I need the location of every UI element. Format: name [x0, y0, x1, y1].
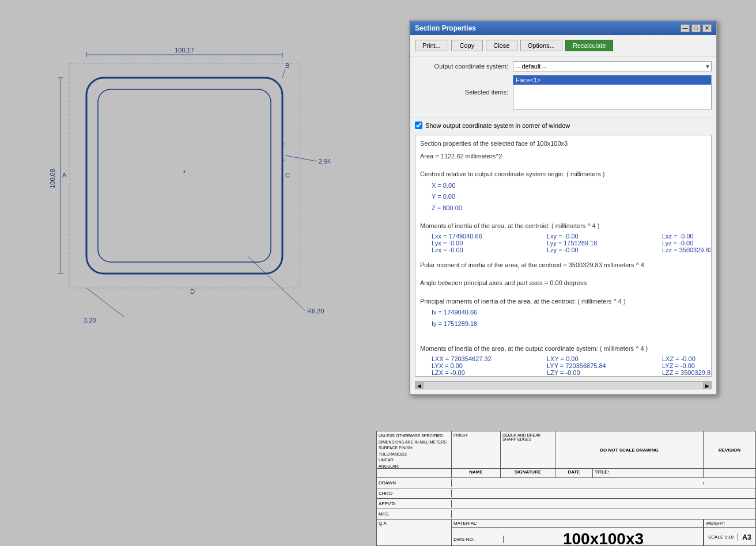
- lyz-val: Lyz = -0.00: [662, 240, 712, 247]
- tb-notes: UNLESS OTHERWISE SPECIFIED: DIMENSIONS A…: [377, 431, 452, 468]
- tb-finish: FINISH:: [452, 431, 501, 468]
- tb-revision: REVISION: [704, 431, 755, 468]
- tb-bottom-row: Q.A MATERIAL: DWG NO. 100x100x3 WEIGHT: …: [377, 520, 755, 546]
- close-button[interactable]: Close: [486, 40, 517, 51]
- lzy-val: Lzy = -0.00: [547, 247, 662, 253]
- checkbox-label: Show output coordinate system in corner …: [425, 122, 570, 129]
- tb-date-header: DATE: [555, 469, 593, 477]
- cad-drawing: 100,17 B 100,08 A 2,94 C R6,20 3,20 D: [23, 29, 369, 397]
- results-area: Section properties of the selected face …: [415, 135, 712, 377]
- tb-noscale: DO NOT SCALE DRAWING: [555, 431, 704, 468]
- selected-item: Face<1>: [513, 75, 711, 85]
- svg-line-19: [248, 256, 305, 311]
- tb-material-label: MATERIAL:: [452, 520, 703, 528]
- tb-drawn-label: DRAWN: [377, 479, 452, 487]
- output-moments-header: Moments of inertia of the area, at the o…: [420, 344, 706, 354]
- maximize-button[interactable]: □: [691, 24, 701, 32]
- section-header-text: Section properties of the selected face …: [420, 139, 706, 149]
- lxx2-val: LXX = 720354627.32: [432, 355, 547, 362]
- svg-line-16: [285, 156, 317, 161]
- svg-text:3,20: 3,20: [84, 317, 96, 324]
- show-coord-checkbox[interactable]: [415, 122, 422, 129]
- principal-header: Principal moments of inertia of the area…: [420, 297, 706, 306]
- selected-items-box[interactable]: Face<1>: [513, 75, 712, 109]
- horizontal-scrollbar[interactable]: ◀ ▶: [415, 381, 712, 389]
- print-button[interactable]: Print...: [415, 40, 448, 51]
- svg-line-10: [282, 69, 285, 78]
- lyx2-val: LYX = 0.00: [432, 362, 547, 369]
- dialog-form: Output coordinate system: -- default -- …: [410, 56, 716, 117]
- output-coord-control[interactable]: -- default -- ▼: [513, 61, 712, 71]
- lzz2-val: LZZ = 3500329.83: [662, 369, 712, 376]
- minimize-button[interactable]: —: [681, 24, 690, 32]
- scroll-track: [424, 382, 703, 389]
- options-button[interactable]: Options...: [520, 40, 562, 51]
- lyy-val: Lyy = 1751289.18: [547, 240, 662, 247]
- centroid-y: Y = 0.00: [432, 192, 706, 202]
- centroid-header: Centroid relative to output coordinate s…: [420, 169, 706, 179]
- area-text: Area = 1122.82 millimeters^2: [420, 151, 706, 161]
- tb-material-dwgno: MATERIAL: DWG NO. 100x100x3: [452, 520, 704, 546]
- iy-val: Iy = 1751289.18: [432, 319, 706, 329]
- svg-text:2,94: 2,94: [319, 158, 331, 165]
- tb-chkd-row: CHK'D: [377, 488, 755, 499]
- section-properties-dialog: Section Properties — □ ✕ Print... Copy C…: [409, 20, 717, 395]
- titlebar-controls: — □ ✕: [681, 24, 712, 32]
- polar-header: Polar moment of inertia of the area, at …: [420, 260, 706, 270]
- tb-qa-row: Q.A: [377, 520, 452, 546]
- checkbox-row: Show output coordinate system in corner …: [410, 117, 716, 132]
- close-window-button[interactable]: ✕: [702, 24, 712, 32]
- recalculate-button[interactable]: Recalculate: [565, 40, 613, 51]
- tb-sheet-a3: WEIGHT: SCALE 1:10 A3: [704, 520, 755, 546]
- lxx-val: Lxx = 1749040.66: [432, 233, 547, 240]
- lzy2-val: LZY = -0.00: [547, 369, 662, 376]
- tb-part-name: 100x100x3: [504, 528, 703, 546]
- lxz-val: Lxz = -0.00: [662, 233, 712, 240]
- tb-dwgno-label: DWG NO.: [452, 536, 504, 543]
- selected-items-control: Face<1>: [513, 75, 712, 109]
- lzz-val: Lzz = 3500329.83: [662, 247, 712, 253]
- tb-mfg-row: MFG: [377, 509, 755, 520]
- lyy2-val: LYY = 720356875.84: [547, 362, 662, 369]
- scroll-right-btn[interactable]: ▶: [703, 382, 711, 389]
- lzx-val: Lzx = -0.00: [432, 247, 547, 253]
- tb-chkd-label: CHK'D: [377, 490, 452, 497]
- output-coord-dropdown[interactable]: -- default --: [513, 61, 712, 71]
- svg-text:R6,20: R6,20: [307, 308, 324, 314]
- tb-sig-header: SIGNATURE: [501, 469, 555, 477]
- svg-text:A: A: [62, 172, 67, 179]
- title-block-top-row: UNLESS OTHERWISE SPECIFIED: DIMENSIONS A…: [377, 431, 755, 469]
- lyz2-val: LYZ = -0.00: [662, 362, 712, 369]
- tb-appvd-label: APPV'D: [377, 500, 452, 507]
- selected-items-label: Selected items:: [415, 89, 513, 96]
- tb-headers-row: NAME SIGNATURE DATE TITLE:: [377, 469, 755, 478]
- tb-a3-badge: A3: [738, 533, 755, 541]
- lxy2-val: LXY = 0.00: [547, 355, 662, 362]
- svg-text:C: C: [285, 172, 290, 179]
- tb-debur: DEBUR AND BREAK SHARP EDGES: [501, 431, 555, 468]
- scroll-left-btn[interactable]: ◀: [415, 382, 424, 389]
- svg-rect-0: [69, 63, 300, 288]
- tb-weight-label: WEIGHT:: [704, 520, 755, 528]
- dialog-toolbar: Print... Copy Close Options... Recalcula…: [410, 35, 716, 56]
- lxz2-val: LXZ = -0.00: [662, 355, 712, 362]
- moments-header: Moments of inertia of the area, at the c…: [420, 221, 706, 231]
- centroid-x: X = 0.00: [432, 181, 706, 191]
- tb-scale-val: SCALE 1:10: [704, 533, 738, 541]
- copy-button[interactable]: Copy: [451, 40, 483, 51]
- ix-val: Ix = 1749040.66: [432, 308, 706, 317]
- tb-mfg-label: MFG: [377, 510, 452, 518]
- lzx2-val: LZX = -0.00: [432, 369, 547, 376]
- tb-title-header: TITLE:: [593, 469, 704, 477]
- svg-text:B: B: [285, 62, 289, 69]
- svg-text:100,17: 100,17: [175, 47, 194, 54]
- svg-text:100,08: 100,08: [49, 169, 56, 188]
- centroid-z: Z = 800.00: [432, 203, 706, 213]
- svg-rect-2: [98, 89, 271, 262]
- output-coord-label: Output coordinate system:: [415, 63, 513, 70]
- dialog-title: Section Properties: [415, 24, 476, 32]
- tb-title-value: [593, 482, 704, 484]
- title-block: UNLESS OTHERWISE SPECIFIED: DIMENSIONS A…: [376, 431, 756, 546]
- selected-items-row: Selected items: Face<1>: [415, 75, 712, 109]
- svg-text:D: D: [190, 288, 195, 295]
